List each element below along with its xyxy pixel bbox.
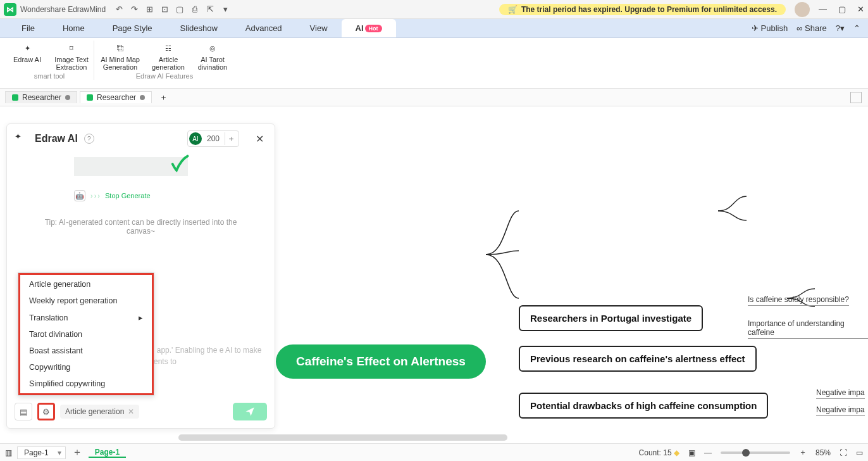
close-icon[interactable]: ✕	[857, 4, 864, 14]
mindmap-node-1[interactable]: Researchers in Portugal investigate	[519, 305, 703, 331]
mindmap-leaf-1[interactable]: Is caffeine solely responsible?	[748, 295, 849, 306]
progress-arrows-icon: ›››	[90, 192, 100, 199]
cm-boast[interactable]: Boast assistant	[20, 343, 152, 359]
save-icon[interactable]: ▢	[174, 4, 185, 15]
mindmap-root-node[interactable]: Caffeine's Effect on Alertness	[276, 344, 486, 379]
help-button[interactable]: ?▾	[836, 23, 845, 33]
page-selector[interactable]: Page-1	[17, 446, 66, 459]
menu-file[interactable]: File	[8, 19, 49, 37]
send-button[interactable]	[233, 403, 267, 420]
horizontal-scrollbar[interactable]	[178, 434, 836, 442]
doc-icon	[12, 94, 18, 101]
outline-toggle-icon[interactable]: ▥	[5, 448, 12, 457]
cart-icon: 🛒	[508, 5, 518, 14]
ribbon: ✦ Edraw AI ⌑ Image Text Extraction smart…	[0, 38, 868, 89]
stop-generate-button[interactable]: Stop Generate	[105, 192, 151, 199]
unsaved-dot-icon	[65, 95, 70, 100]
mindmap-node-3[interactable]: Potential drawbacks of high caffeine con…	[519, 393, 768, 419]
credit-counter: AI 200 ＋	[187, 130, 239, 147]
statusbar: ▥ Page-1 ＋ Page-1 Count: 15 ◆ ▣ — ＋ 85% …	[0, 443, 868, 461]
publish-button[interactable]: ✈ Publish	[752, 23, 788, 33]
add-page-button[interactable]: ＋	[71, 446, 84, 459]
cm-tarot[interactable]: Tarot divination	[20, 326, 152, 343]
menu-home[interactable]: Home	[49, 19, 99, 37]
stop-generate-row: 🤖 ››› Stop Generate	[74, 190, 264, 201]
menu-ai[interactable]: AI Hot	[342, 19, 396, 37]
ocr-icon: ⌑	[63, 41, 80, 56]
article-generation-button[interactable]: ☷ Article generation	[150, 41, 187, 71]
edraw-ai-label: Edraw AI	[13, 56, 41, 63]
image-text-extraction-label: Image Text Extraction	[53, 56, 90, 71]
menu-page-style[interactable]: Page Style	[99, 19, 166, 37]
zoom-in-button[interactable]: ＋	[799, 447, 807, 458]
menu-view[interactable]: View	[296, 19, 342, 37]
mode-chip[interactable]: Article generation ✕	[60, 405, 139, 419]
article-icon: ☷	[159, 41, 177, 56]
minimize-icon[interactable]: —	[819, 4, 827, 14]
add-credits-button[interactable]: ＋	[225, 132, 237, 145]
qa-more-icon[interactable]: ▾	[220, 4, 231, 15]
page-tab[interactable]: Page-1	[89, 448, 126, 458]
cm-translation-label: Translation	[29, 313, 68, 322]
hot-badge: Hot	[365, 25, 382, 32]
send-icon	[244, 406, 256, 417]
new-icon[interactable]: ⊞	[144, 4, 155, 15]
mindmap-leaf-3[interactable]: Negative impa	[816, 388, 865, 399]
collapse-ribbon-icon[interactable]: ⌃	[853, 23, 860, 33]
share-button[interactable]: ∞ Share	[797, 23, 827, 33]
export-icon[interactable]: ⇱	[204, 4, 216, 15]
credit-badge-icon: AI	[189, 132, 202, 145]
trial-text: The trial period has expired. Upgrade to…	[521, 5, 777, 14]
cm-simplified-copywriting[interactable]: Simplified copywriting	[20, 376, 152, 392]
mindmap-leaf-4[interactable]: Negative impa	[816, 405, 865, 416]
count-label: Count: 15 ◆	[639, 448, 679, 457]
fit-view-icon[interactable]: ▣	[688, 448, 695, 457]
mode-chip-label: Article generation	[65, 407, 124, 416]
avatar[interactable]	[795, 2, 810, 17]
zoom-slider[interactable]	[721, 452, 790, 454]
trial-banner[interactable]: 🛒 The trial period has expired. Upgrade …	[499, 4, 786, 15]
maximize-icon[interactable]: ▢	[838, 4, 846, 14]
cm-article-generation[interactable]: Article generation	[20, 276, 152, 293]
fullscreen-icon[interactable]: ⛶	[840, 448, 847, 457]
chip-remove-icon[interactable]: ✕	[128, 407, 134, 416]
unsaved-dot-icon	[140, 95, 145, 100]
help-icon[interactable]: ?	[84, 134, 94, 144]
app-title: Wondershare EdrawMind	[20, 5, 106, 14]
ai-mode-button[interactable]: ⚙	[37, 403, 55, 420]
tab-researcher-2[interactable]: Researcher	[80, 91, 152, 103]
panel-toggle-icon[interactable]	[850, 92, 862, 103]
insert-mode-button[interactable]: ▤	[15, 403, 32, 420]
ai-tip-text: Tip: AI-generated content can be directl…	[17, 218, 264, 236]
cm-translation[interactable]: Translation ▸	[20, 309, 152, 326]
print-icon[interactable]: ⎙	[189, 4, 201, 15]
edraw-ai-button[interactable]: ✦ Edraw AI	[9, 41, 46, 71]
menu-slideshow[interactable]: Slideshow	[166, 19, 232, 37]
presentation-icon[interactable]: ▭	[856, 448, 863, 457]
tab-researcher-1[interactable]: Researcher	[5, 91, 77, 103]
add-tab-button[interactable]: ＋	[157, 91, 170, 104]
cm-weekly-report[interactable]: Weekly report generation	[20, 293, 152, 309]
ai-panel-footer: ▤ ⚙ Article generation ✕	[7, 398, 275, 428]
zoom-out-button[interactable]: —	[704, 448, 712, 457]
mindmap-node-2[interactable]: Previous research on caffeine's alertnes…	[519, 346, 757, 372]
cm-copywriting[interactable]: Copywriting	[20, 359, 152, 376]
redo-icon[interactable]: ↷	[128, 4, 140, 15]
ai-panel-title: Edraw AI	[35, 133, 78, 144]
ai-mindmap-label: AI Mind Map Generation	[98, 56, 142, 71]
chevron-right-icon: ▸	[139, 313, 143, 322]
ai-mindmap-button[interactable]: ⿻ AI Mind Map Generation	[98, 41, 142, 71]
doc-icon	[87, 94, 93, 101]
image-text-extraction-button[interactable]: ⌑ Image Text Extraction	[53, 41, 90, 71]
ribbon-group-label-smart: smart tool	[34, 72, 65, 80]
ai-tarot-label: AI Tarot divination	[194, 56, 231, 71]
tabstrip: Researcher Researcher ＋	[0, 89, 868, 106]
open-icon[interactable]: ⊡	[159, 4, 170, 15]
quick-access-toolbar: ↶ ↷ ⊞ ⊡ ▢ ⎙ ⇱ ▾	[113, 4, 231, 15]
mindmap-leaf-2[interactable]: Importance of understanding caffeine	[748, 319, 868, 339]
tab-label: Researcher	[97, 93, 136, 102]
menu-advanced[interactable]: Advanced	[232, 19, 296, 37]
undo-icon[interactable]: ↶	[113, 4, 125, 15]
ai-tarot-button[interactable]: ◎ AI Tarot divination	[194, 41, 231, 71]
close-panel-button[interactable]: ✕	[256, 133, 267, 144]
